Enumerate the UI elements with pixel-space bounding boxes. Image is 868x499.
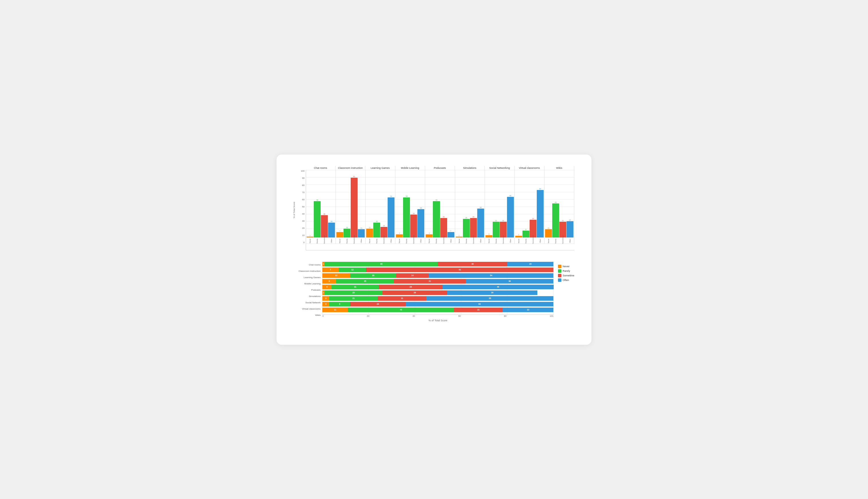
stacked-plot: 1493020712811220145462531384212849125283…: [322, 262, 553, 322]
stacked-bar-container: 392464: [322, 302, 553, 306]
bar-value-label: 7: [339, 230, 340, 232]
bar-value-label: 55: [509, 195, 511, 197]
stacked-x-tick: 20: [367, 315, 369, 317]
bar-value-label: 26: [472, 216, 474, 218]
bar-value-label: 31: [413, 212, 415, 214]
bar: [545, 229, 552, 237]
bar-value-label: 4: [429, 232, 430, 234]
stacked-row-label: Simulations: [294, 293, 322, 300]
stacked-bar-container: 3212155: [322, 296, 553, 301]
bar-sublabel: Rarely: [466, 238, 467, 244]
stacked-row-label: Podcasts: [294, 287, 322, 293]
stacked-bar-row: 3212155: [322, 296, 553, 301]
stacked-row-label: Classroom instruction: [294, 268, 322, 275]
main-card: Chat roomsClassroom instructionLearning …: [277, 155, 591, 345]
chart-body: 0102030405060708090100 % of Total Score …: [294, 170, 574, 251]
bar-group: 2Never9Rarely24Sometimes64Often: [515, 170, 544, 244]
bar-wrap: 4Never: [426, 170, 433, 244]
stacked-bar-container: 71281: [322, 268, 553, 272]
bar: [321, 215, 328, 237]
group-header-label: Simulations: [455, 166, 485, 170]
stacked-bar-row: 392464: [322, 302, 553, 306]
bar-value-label: 20: [376, 221, 378, 222]
stacked-segment-never: 4: [322, 285, 331, 289]
group-header-label: Virtual classrooms: [515, 166, 544, 170]
bar-sublabel: Rarely: [435, 238, 437, 244]
bar: [336, 232, 343, 237]
legend-item: Rarely: [558, 269, 574, 273]
bar-wrap: 26Sometimes: [470, 170, 477, 244]
bar-sublabel: Never: [458, 238, 460, 244]
bar-value-label: 14: [383, 225, 385, 227]
bar-sublabel: Sometimes: [473, 238, 474, 244]
y-tick: 0: [303, 242, 305, 244]
bar-wrap: 12Never: [366, 170, 373, 244]
bar-wrap: 30Sometimes: [321, 170, 328, 244]
bar-wrap: 20Rarely: [373, 170, 380, 244]
stacked-row-label: Social Network: [294, 300, 322, 306]
bar-wrap: 21Rarely: [493, 170, 499, 244]
bar: [470, 218, 477, 237]
bar-sublabel: Sometimes: [413, 238, 414, 244]
bar: [537, 190, 544, 237]
stacked-segment-never: 3: [322, 302, 329, 306]
bar-wrap: 22Often: [567, 170, 574, 244]
stacked-segment-never: 3: [322, 296, 329, 301]
legend-swatch: [558, 265, 562, 268]
groups-container: 1Never49Rarely30Sometimes20Often7Never12…: [306, 170, 574, 250]
bar-wrap: 55Often: [507, 170, 514, 244]
bar-group: 3Never21Rarely21Sometimes55Often: [485, 170, 515, 244]
group-header-label: Poducasts: [425, 166, 455, 170]
bar-sublabel: Never: [428, 238, 430, 244]
bar-sublabel: Never: [488, 238, 490, 244]
bar-sublabel: Often: [539, 238, 541, 244]
bar: [493, 222, 499, 237]
stacked-segment-rarely: 49: [325, 262, 438, 266]
bar: [552, 204, 559, 238]
stacked-segment-often: 54: [429, 273, 553, 278]
stacked-row-label: Chat rooms: [294, 262, 322, 268]
bar-sublabel: Never: [309, 238, 311, 244]
bar-value-label: 25: [465, 217, 467, 219]
bar-sublabel: Often: [480, 238, 482, 244]
bar-value-label: 21: [562, 220, 564, 221]
group-header-label: Classroom instruction: [336, 166, 365, 170]
group-header-label: Learning Games: [365, 166, 395, 170]
bar-sublabel: Sometimes: [324, 238, 325, 244]
y-tick: 10: [302, 234, 305, 236]
bar-value-label: 7: [450, 230, 451, 232]
bar-sublabel: Often: [509, 238, 511, 244]
bar-wrap: 1Never: [306, 170, 313, 244]
y-tick: 80: [302, 184, 305, 186]
bar-value-label: 11: [360, 227, 362, 229]
grouped-header: Chat roomsClassroom instructionLearning …: [294, 166, 574, 170]
bar-wrap: 4Never: [396, 170, 403, 244]
y-tick: 60: [302, 198, 305, 201]
bar-value-label: 54: [406, 195, 408, 197]
stacked-segment-sometime: 28: [379, 285, 443, 289]
stacked-segment-sometime: 14: [396, 273, 429, 278]
bar-value-label: 21: [502, 220, 504, 221]
stacked-x-tick: 40: [412, 315, 415, 317]
bar-wrap: 25Rarely: [463, 170, 470, 244]
bar-group: 11Never46Rarely21Sometimes22Often: [544, 170, 574, 244]
stacked-bar-row: 6253138: [322, 279, 553, 283]
bar-value-label: 1: [459, 235, 459, 236]
bar: [440, 218, 447, 237]
bar-sublabel: Sometimes: [353, 238, 355, 244]
bar: [463, 219, 470, 238]
bar-value-label: 12: [346, 227, 348, 228]
stacked-row-label: Mobile Learning: [294, 281, 322, 287]
bar: [366, 229, 373, 238]
bar-value-label: 26: [443, 216, 445, 218]
bar-wrap: 11Never: [545, 170, 552, 244]
bar-sublabel: Often: [569, 238, 571, 244]
bar-value-label: 64: [539, 188, 541, 190]
bar: [343, 229, 350, 238]
stacked-segment-rarely: 12: [339, 268, 366, 272]
legend-item: Never: [558, 265, 574, 268]
bar-wrap: 3Never: [485, 170, 492, 244]
stacked-bar-row: 12201454: [322, 273, 553, 278]
stacked-x-tick: 60: [458, 315, 461, 317]
bar-sublabel: Often: [360, 238, 362, 244]
